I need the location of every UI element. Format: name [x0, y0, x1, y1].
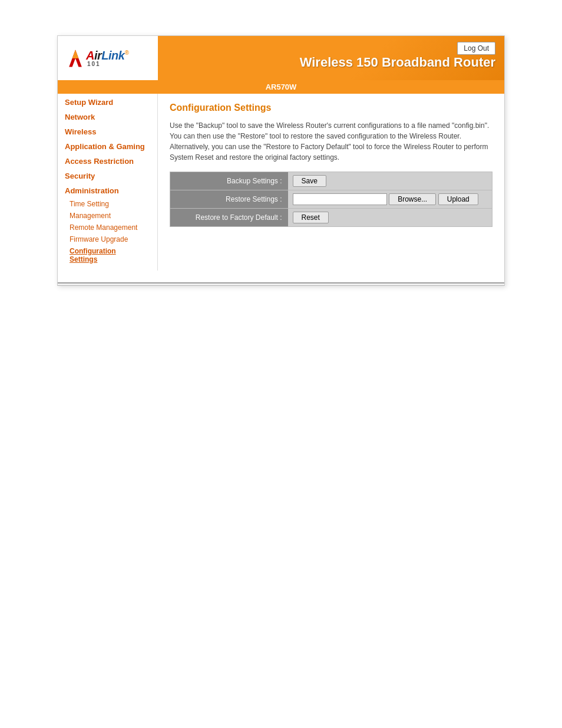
sidebar-item-setup-wizard[interactable]: Setup Wizard	[58, 95, 157, 110]
backup-settings-row: Backup Settings : Save	[170, 172, 492, 190]
sidebar-item-security[interactable]: Security	[58, 169, 157, 183]
logout-button[interactable]: Log Out	[457, 42, 495, 55]
description-text: Use the "Backup" tool to save the Wirele…	[170, 120, 492, 163]
sidebar-subitem-remote-management[interactable]: Remote Management	[58, 222, 157, 233]
sidebar-subitem-configuration-settings[interactable]: Configuration Settings	[58, 245, 157, 265]
airlink-logo: AirLink® 101	[65, 48, 128, 69]
sidebar-item-access-restriction[interactable]: Access Restriction	[58, 154, 157, 169]
browse-button[interactable]: Browse...	[389, 193, 436, 205]
restore-factory-value: Reset	[288, 209, 492, 227]
restore-file-input[interactable]	[293, 193, 387, 205]
backup-settings-value: Save	[288, 172, 492, 190]
sidebar-item-wireless[interactable]: Wireless	[58, 124, 157, 139]
footer-divider-2	[58, 285, 504, 285]
restore-settings-label: Restore Settings :	[170, 190, 288, 209]
sidebar-subitem-firmware-upgrade[interactable]: Firmware Upgrade	[58, 233, 157, 245]
footer-divider-1	[58, 282, 504, 284]
settings-table: Backup Settings : Save Restore Settings …	[170, 172, 492, 227]
sidebar-item-network[interactable]: Network	[58, 110, 157, 124]
page-title: Configuration Settings	[170, 103, 492, 113]
sidebar-subitem-time-setting[interactable]: Time Setting	[58, 198, 157, 210]
restore-settings-row: Restore Settings : Browse... Upload	[170, 190, 492, 209]
sidebar-item-application-gaming[interactable]: Application & Gaming	[58, 139, 157, 154]
backup-save-button[interactable]: Save	[293, 175, 326, 187]
airlink-logo-icon	[65, 48, 86, 69]
sidebar-subitem-management[interactable]: Management	[58, 210, 157, 222]
sidebar: Setup Wizard Network Wireless Applicatio…	[58, 94, 158, 271]
nav-section: Setup Wizard Network Wireless Applicatio…	[58, 94, 157, 266]
model-badge: AR570W	[58, 80, 504, 94]
backup-settings-label: Backup Settings :	[170, 172, 288, 190]
svg-marker-1	[72, 50, 79, 58]
content-area: Configuration Settings Use the "Backup" …	[158, 94, 504, 271]
restore-settings-value: Browse... Upload	[288, 190, 492, 209]
header-title: Wireless 150 Broadband Router	[300, 55, 495, 73]
logo-brand: AirLink® 101	[86, 50, 128, 67]
restore-factory-label: Restore to Factory Default :	[170, 209, 288, 227]
reset-button[interactable]: Reset	[293, 212, 329, 223]
sidebar-item-administration[interactable]: Administration	[58, 183, 157, 198]
upload-button[interactable]: Upload	[438, 193, 478, 205]
restore-factory-row: Restore to Factory Default : Reset	[170, 209, 492, 227]
